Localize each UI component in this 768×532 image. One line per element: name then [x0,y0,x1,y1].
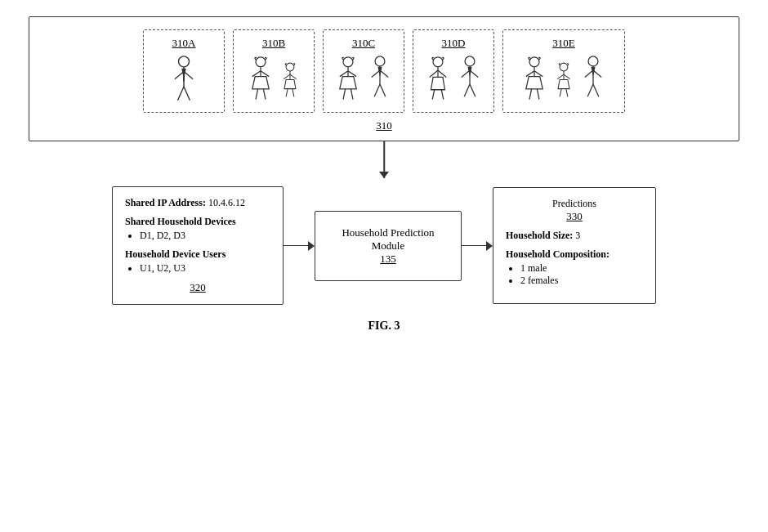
svg-line-27 [343,89,346,100]
svg-line-34 [380,84,386,96]
svg-point-57 [560,63,568,71]
svg-marker-59 [558,79,569,88]
figure-male-310c [366,55,394,104]
arrow-line-h2 [462,245,486,247]
figures-row-310a [168,55,199,108]
arrow-to-predictions [462,241,493,251]
svg-line-67 [593,70,601,78]
module-box: Household Prediction Module 135 [315,211,462,281]
figures-row-310b [247,55,301,104]
svg-line-11 [252,71,260,77]
figure-male-310d [456,55,484,104]
svg-line-18 [284,74,290,79]
ip-label: Shared IP Address: [125,197,206,208]
info-box: Shared IP Address: 10.4.6.12 Shared Hous… [112,186,284,305]
size-section: Household Size: 3 [506,230,643,242]
svg-marker-17 [284,79,296,88]
household-label-310c: 310C [352,37,375,50]
svg-line-63 [566,89,568,97]
household-label-310d: 310D [442,37,466,50]
vertical-connector [16,141,752,178]
svg-marker-10 [252,77,268,89]
figure-child-310e [552,59,575,104]
svg-line-42 [441,90,444,100]
size-value: 3 [575,230,580,241]
composition-label: Household Composition: [506,248,643,261]
svg-line-31 [371,70,379,78]
figures-row-310c [334,55,394,104]
svg-line-56 [537,89,539,100]
household-label-310b: 310B [262,37,285,50]
household-box-310c: 310C [323,29,404,113]
users-label: Household Device Users [125,248,270,261]
figure-male-310e [579,55,607,104]
svg-line-48 [470,84,476,96]
svg-marker-24 [339,77,355,89]
household-box-310d: 310D [413,29,494,113]
users-list: U1, U2, U3 [125,262,270,275]
users-item: U1, U2, U3 [140,262,270,275]
svg-line-55 [529,89,532,100]
users-section: Household Device Users U1, U2, U3 [125,248,270,275]
devices-section: Shared Household Devices D1, D2, D3 [125,216,270,242]
connector-arrow-head [379,172,389,178]
svg-point-43 [465,56,475,66]
svg-line-69 [593,84,599,96]
svg-line-66 [585,70,593,78]
svg-point-50 [529,57,539,67]
svg-point-8 [256,57,266,67]
svg-line-13 [256,89,258,100]
svg-line-4 [178,87,184,101]
households-inner-boxes: 310A [42,29,726,113]
svg-line-46 [470,70,478,78]
predictions-box: Predictions 330 Household Size: 3 Househ… [493,187,656,304]
bottom-row: Shared IP Address: 10.4.6.12 Shared Hous… [16,186,752,305]
household-box-310e: 310E [502,29,625,113]
composition-list: 1 male 2 females [506,262,643,287]
svg-point-0 [179,56,190,67]
svg-line-53 [526,71,534,77]
svg-line-54 [534,71,543,77]
svg-line-39 [429,70,437,78]
svg-line-12 [261,71,269,77]
svg-line-47 [464,84,470,96]
arrow-to-module [284,241,315,251]
svg-line-45 [461,70,469,78]
figures-row-310e [520,55,607,104]
module-label: Household Prediction Module [332,226,444,253]
figure-male-310a [168,55,199,108]
figure-female-310e [520,55,548,104]
pred-title: Predictions [506,198,643,210]
households-outer-box: 310A [29,16,739,141]
svg-line-40 [438,70,446,78]
figure-child-310d [424,55,452,104]
svg-point-22 [343,57,353,67]
devices-list: D1, D2, D3 [125,230,270,242]
composition-section: Household Composition: 1 male 2 females [506,248,643,287]
module-num: 135 [332,253,444,266]
svg-line-28 [351,89,353,100]
svg-line-14 [263,89,266,100]
pred-num: 330 [506,210,643,223]
devices-item: D1, D2, D3 [140,230,270,242]
svg-line-60 [557,74,564,79]
arrow-line-h1 [284,245,308,247]
household-label-310a: 310A [172,37,196,50]
svg-marker-7 [181,69,186,79]
svg-line-26 [348,71,356,77]
svg-line-25 [339,71,347,77]
svg-line-33 [374,84,380,96]
svg-line-61 [564,74,570,79]
household-label-310e: 310E [552,37,574,50]
arrow-head-r2 [486,241,493,251]
svg-line-32 [380,70,388,78]
svg-marker-52 [526,77,543,89]
svg-line-41 [432,90,435,100]
svg-line-68 [587,84,593,96]
figures-row-310d [424,55,484,104]
composition-item-female: 2 females [520,275,643,287]
households-section: 310A [16,16,752,141]
figure-child-310b [279,59,301,104]
svg-point-36 [433,57,443,67]
svg-line-21 [292,89,293,97]
